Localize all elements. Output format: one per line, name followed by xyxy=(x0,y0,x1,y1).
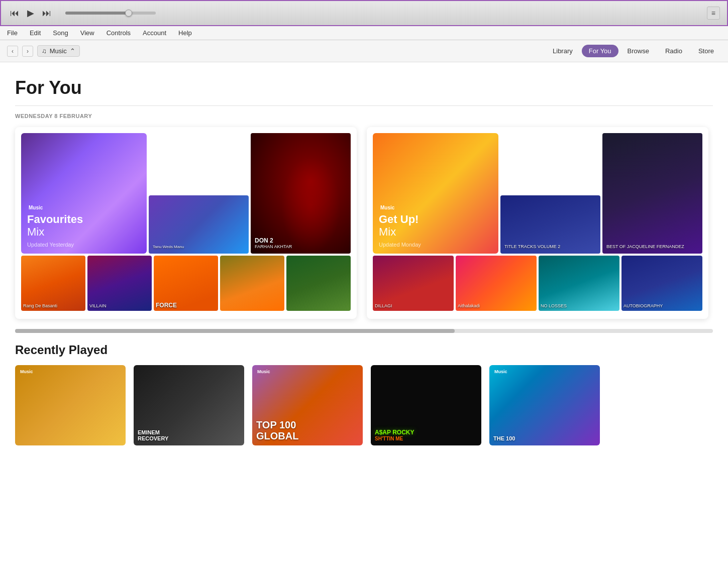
section-label: Music xyxy=(50,47,67,55)
music-note-icon: ♫ xyxy=(42,47,47,55)
album-no-losses-label: NO LOSSES xyxy=(541,303,617,309)
menu-help[interactable]: Help xyxy=(176,28,194,38)
favourites-mix-inner: Music Favourites Mix Updated Yesterday b… xyxy=(21,133,351,313)
back-button[interactable]: ‹ xyxy=(7,46,18,57)
getup-apple-badge: Music xyxy=(379,205,492,210)
forward-button[interactable]: ⏭ xyxy=(40,7,53,20)
getup-bottom-albums: DILLAGI Aithalakadi NO LOSSES xyxy=(373,256,702,311)
album-villain[interactable]: VILLAIN xyxy=(87,256,152,311)
nav-bar: ‹ › ♫ Music ⌃ Library For You Browse Rad… xyxy=(0,40,728,62)
menu-bar: File Edit Song View Controls Account Hel… xyxy=(0,26,728,40)
menu-file[interactable]: File xyxy=(5,28,20,38)
album-force[interactable]: FORCE xyxy=(154,256,218,311)
scroll-track[interactable] xyxy=(15,329,713,333)
getup-mix-updated: Updated Monday xyxy=(379,242,492,248)
album-dillagi-label: DILLAGI xyxy=(375,303,452,309)
menu-view[interactable]: View xyxy=(78,28,96,38)
section-selector[interactable]: ♫ Music ⌃ xyxy=(37,45,80,57)
page-title: For You xyxy=(15,77,713,98)
mix-title: Favourites xyxy=(27,213,141,225)
album-aithalakadi[interactable]: Aithalakadi xyxy=(456,256,537,311)
tab-browse[interactable]: Browse xyxy=(620,45,656,57)
album-aithalakadi-label: Aithalakadi xyxy=(458,303,535,309)
mix-subtitle: Mix xyxy=(27,225,141,239)
cards-row: Music Favourites Mix Updated Yesterday b… xyxy=(15,127,713,319)
recently-card-5[interactable]: Music THE 100 xyxy=(489,365,600,445)
album-rang[interactable]: Rang De Basanti xyxy=(21,256,85,311)
progress-bar[interactable] xyxy=(65,12,156,15)
getup-album2-label: BEST OF JACQUELINE FERNANDEZ xyxy=(606,244,698,250)
recently-4-sub: SH'TTIN ME xyxy=(375,436,477,441)
album-auto-label: AUTOBIOGRAPHY xyxy=(623,303,700,309)
menu-account[interactable]: Account xyxy=(141,28,168,38)
tab-for-you[interactable]: For You xyxy=(582,45,618,57)
favourites-mix-main-art[interactable]: Music Favourites Mix Updated Yesterday xyxy=(21,133,147,254)
album-dillagi[interactable]: DILLAGI xyxy=(373,256,454,311)
recently-played-row: Music EMINEM RECOVERY Music TOP 100 GLOB xyxy=(15,365,713,445)
tab-store[interactable]: Store xyxy=(691,45,721,57)
tab-radio[interactable]: Radio xyxy=(658,45,689,57)
recently-2-label: EMINEM xyxy=(138,429,240,435)
album-don2-label: DON 2 xyxy=(255,237,347,244)
recently-card-3[interactable]: Music TOP 100 GLOBAL xyxy=(252,365,363,445)
rewind-button[interactable]: ⏮ xyxy=(8,7,21,20)
recently-3-badge: Music xyxy=(256,369,359,374)
album-no-losses[interactable]: NO LOSSES xyxy=(539,256,619,311)
getup-album3-label: TITLE TRACKS VOLUME 2 xyxy=(504,244,596,250)
album-rang-label: Rang De Basanti xyxy=(23,303,83,309)
menu-controls[interactable]: Controls xyxy=(105,28,133,38)
bottom-albums: Rang De Basanti VILLAIN FORCE xyxy=(21,256,351,311)
album-autobiography[interactable]: AUTOBIOGRAPHY xyxy=(621,256,702,311)
recently-5-label: THE 100 xyxy=(493,435,596,441)
getup-album3[interactable]: TITLE TRACKS VOLUME 2 xyxy=(500,195,600,254)
mix-updated: Updated Yesterday xyxy=(27,242,141,248)
album-force-label: FORCE xyxy=(156,302,216,309)
recently-played-title: Recently Played xyxy=(15,343,713,357)
apple-music-badge: Music xyxy=(27,205,141,210)
album-yellow[interactable] xyxy=(220,256,284,311)
recently-5-badge-label: Music xyxy=(494,369,507,374)
menu-button[interactable]: ≡ xyxy=(707,7,720,20)
album-don2[interactable]: DON 2 FARHAN AKHTAR xyxy=(251,133,351,254)
recently-3-sub: GLOBAL xyxy=(256,430,359,441)
title-bar: ⏮ ▶ ⏭ ≡ xyxy=(0,0,728,26)
recently-1-badge: Music xyxy=(19,369,122,374)
album-villain-label: VILLAIN xyxy=(89,303,150,309)
scroll-thumb[interactable] xyxy=(15,329,455,333)
favourites-mix-card[interactable]: Music Favourites Mix Updated Yesterday b… xyxy=(15,127,357,319)
recently-card-1[interactable]: Music xyxy=(15,365,126,445)
recently-5-badge: Music xyxy=(493,369,596,374)
recently-2-sublabel: RECOVERY xyxy=(138,435,240,441)
album-don2-sub: FARHAN AKHTAR xyxy=(255,244,347,250)
recently-4-label: A$AP ROCKY xyxy=(375,429,477,436)
getup-mix-card[interactable]: Music Get Up! Mix Updated Monday Atrangi… xyxy=(367,127,708,319)
forward-button-nav[interactable]: › xyxy=(22,46,33,57)
main-content: For You WEDNESDAY 8 FEBRUARY Music Favou… xyxy=(0,62,728,571)
album-mid1[interactable]: Tanu Weds Manu xyxy=(149,195,249,254)
recently-3-badge-label: Music xyxy=(257,369,270,374)
menu-song[interactable]: Song xyxy=(51,28,70,38)
tab-library[interactable]: Library xyxy=(546,45,580,57)
title-bar-right: ≡ xyxy=(707,7,720,20)
recently-card-2[interactable]: EMINEM RECOVERY xyxy=(134,365,244,445)
chevron-icon: ⌃ xyxy=(70,47,75,55)
album-mid1-label: Tanu Weds Manu xyxy=(153,245,245,250)
getup-mix-title: Get Up! xyxy=(379,213,492,225)
recently-3-title: TOP 100 xyxy=(256,419,359,430)
date-label: WEDNESDAY 8 FEBRUARY xyxy=(15,113,713,119)
recently-1-badge-label: Music xyxy=(20,369,33,374)
transport-controls: ⏮ ▶ ⏭ xyxy=(8,7,156,20)
album-telugu[interactable] xyxy=(286,256,351,311)
play-button[interactable]: ▶ xyxy=(25,7,36,20)
recently-card-4[interactable]: A$AP ROCKY SH'TTIN ME xyxy=(371,365,481,445)
getup-mix-main-art[interactable]: Music Get Up! Mix Updated Monday xyxy=(373,133,498,254)
section-divider xyxy=(15,105,713,106)
getup-album2[interactable]: BEST OF JACQUELINE FERNANDEZ xyxy=(602,133,702,254)
getup-mix-inner: Music Get Up! Mix Updated Monday Atrangi… xyxy=(373,133,702,313)
nav-tabs: Library For You Browse Radio Store xyxy=(546,45,721,57)
getup-mix-subtitle: Mix xyxy=(379,225,492,239)
menu-edit[interactable]: Edit xyxy=(28,28,43,38)
